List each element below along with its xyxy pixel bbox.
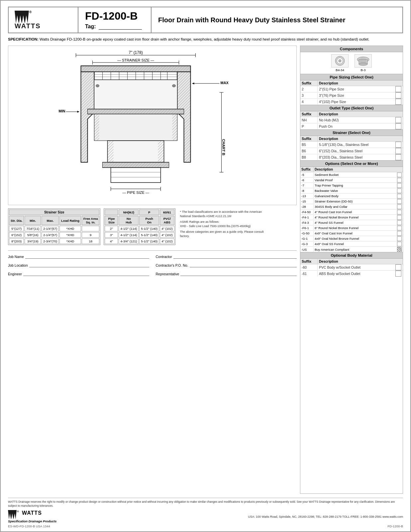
option-f6-1-checkbox[interactable] <box>397 226 402 230</box>
opt-body-61-checkbox[interactable] <box>395 271 401 277</box>
option-g-1-suffix: -G-1 <box>300 236 314 241</box>
option-f4-1-checkbox[interactable] <box>397 215 402 220</box>
strainer-b5-checkbox[interactable] <box>395 142 401 148</box>
optional-body-sub-header: Suffix Description <box>300 259 403 264</box>
cell-free: 18 <box>82 238 99 244</box>
option-f4-1-suffix: -F4-1 <box>300 215 314 219</box>
pipe-size-4-suffix: 4 <box>300 99 318 104</box>
representative-input[interactable] <box>180 271 297 276</box>
notes-area: * The load classifications are in accord… <box>179 208 272 245</box>
option-6-suffix: -6 <box>300 178 314 182</box>
pipe-size-3-checkbox[interactable] <box>395 92 401 98</box>
outlet-suffix-col: Suffix <box>300 111 318 117</box>
component-drain-svg <box>333 56 347 66</box>
option-f4-3-checkbox[interactable] <box>397 220 402 225</box>
opt-body-60-checkbox[interactable] <box>395 264 401 270</box>
option-15-checkbox[interactable] <box>397 199 402 204</box>
svg-point-68 <box>359 63 367 66</box>
option-us-row: -US Buy American Compliant <box>300 247 403 252</box>
option-28-row: -28 304SS Body and Collar <box>300 204 403 209</box>
job-name-input[interactable] <box>25 253 149 259</box>
option-7-checkbox[interactable] <box>397 183 402 188</box>
job-location-input[interactable] <box>29 262 149 267</box>
option-5-row: -5 Sediment Bucket <box>300 172 403 178</box>
option-13-checkbox[interactable] <box>397 194 402 199</box>
option-g-3-checkbox[interactable] <box>397 242 402 246</box>
outlet-type-title: Outlet Type (Select One) <box>300 105 403 111</box>
strainer-suffix-col: Suffix <box>300 136 318 141</box>
option-7-row: -7 Trap Primer Tapping <box>300 183 403 188</box>
svg-marker-30 <box>81 72 94 162</box>
cell-p: 5-1/2" (140) <box>139 238 159 244</box>
info-line-2: Job Location Contractor's P.O. No. <box>8 262 297 267</box>
option-6-checkbox[interactable] <box>397 178 402 183</box>
svg-point-35 <box>172 84 176 87</box>
svg-rect-33 <box>94 80 177 112</box>
main-content: 7" (178) — STRAINER SIZE — <box>8 46 403 494</box>
strainer-select-sub-header: Suffix Description <box>300 136 403 142</box>
option-f4-50-checkbox[interactable] <box>397 210 402 214</box>
svg-rect-45 <box>103 162 169 168</box>
watts-text: WATTS <box>15 23 41 29</box>
outlet-nh-desc: No Hub (MJ) <box>318 117 395 123</box>
contractors-po-input[interactable] <box>190 262 297 267</box>
option-5-checkbox[interactable] <box>397 173 402 177</box>
svg-rect-41 <box>108 141 164 162</box>
contractor-field: Contractor <box>156 253 297 259</box>
strainer-desc-col: Description <box>318 136 403 141</box>
strainer-b8-row: B8 8"(203) Dia., Stainless Steel <box>300 154 403 160</box>
option-g-1-checkbox[interactable] <box>397 236 402 241</box>
cell-nh: 4-1/2" (114) <box>119 232 139 238</box>
strainer-b8-desc: 8"(203) Dia., Stainless Steel <box>318 155 395 160</box>
opt-body-61-desc: ABS Body w/Socket Outlet <box>318 271 395 276</box>
watts-logo-svg: ® <box>15 11 32 23</box>
component-strainer-svg <box>356 56 370 66</box>
strainer-b6-checkbox[interactable] <box>395 148 401 154</box>
strainer-b6-suffix: B6 <box>300 148 318 154</box>
opt-body-60-desc: PVC Body w/Socket Outlet <box>318 265 395 270</box>
drawing-svg: 7" (178) — STRAINER SIZE — <box>8 46 296 205</box>
tag-field[interactable] <box>99 24 142 30</box>
svg-text:— STRAINER SIZE —: — STRAINER SIZE — <box>117 58 154 62</box>
pipe-size-2-checkbox[interactable] <box>395 86 401 92</box>
svg-rect-38 <box>94 114 177 141</box>
option-f6-1-suffix: -F6-1 <box>300 226 314 230</box>
outlet-nh-checkbox[interactable] <box>395 117 401 123</box>
component-b3-img <box>355 54 372 67</box>
tag-label: Tag: <box>85 24 96 30</box>
representative-label: Representative <box>156 272 179 276</box>
table-row: 8"(203) 3/4"(19) 2-3/4"(70) *XHD 18 <box>9 238 99 244</box>
strainer-b8-checkbox[interactable] <box>395 154 401 160</box>
option-f4-3-row: -F4-3 4" Round SS Funnel <box>300 220 403 225</box>
tech-drawing: 7" (178) — STRAINER SIZE — <box>8 46 297 205</box>
option-us-checkbox[interactable] <box>397 247 402 252</box>
component-b3-label: B-3 <box>361 68 366 72</box>
outlet-type-sub-header: Suffix Description <box>300 111 403 117</box>
option-13-desc: Galvanized Body <box>314 194 397 198</box>
option-f4-3-desc: 4" Round SS Funnel <box>314 220 397 225</box>
info-line-1: Job Name Contractor <box>8 253 297 259</box>
option-8-checkbox[interactable] <box>397 189 402 193</box>
strainer-col-max: Max. <box>42 216 59 225</box>
svg-text:MAX: MAX <box>221 81 229 85</box>
pipe-size-4-checkbox[interactable] <box>395 99 401 105</box>
footer-contact: USA: 100 Watts Road, Spindale, NC, 28160… <box>248 515 403 518</box>
cell-nh: 4-3/4" (121) <box>119 238 139 244</box>
outlet-p-desc: Push On <box>318 124 395 129</box>
cell-load: *XHD <box>59 226 81 231</box>
pipe-sizing-row-4: 4 4"(102) Pipe Size <box>300 99 403 105</box>
contractor-input[interactable] <box>173 253 297 259</box>
svg-rect-39 <box>94 114 99 141</box>
option-g-50-checkbox[interactable] <box>397 231 402 236</box>
option-28-checkbox[interactable] <box>397 204 402 209</box>
outlet-p-checkbox[interactable] <box>395 123 401 129</box>
cell-max: 2-1/4"(57) <box>42 226 59 231</box>
engineer-input[interactable] <box>23 271 149 276</box>
opt-body-60-row: -60 PVC Body w/Socket Outlet <box>300 264 403 271</box>
options-suffix-col: Suffix <box>300 167 314 172</box>
pipe-sizing-row-2: 2 2"(51) Pipe Size <box>300 86 403 92</box>
cell-nh: 4-1/2" (114) <box>119 226 139 231</box>
svg-text:— PIPE SIZE —: — PIPE SIZE — <box>122 191 149 195</box>
cell-load: *XHD <box>59 232 81 238</box>
opt-body-61-row: -61 ABS Body w/Socket Outlet <box>300 271 403 277</box>
